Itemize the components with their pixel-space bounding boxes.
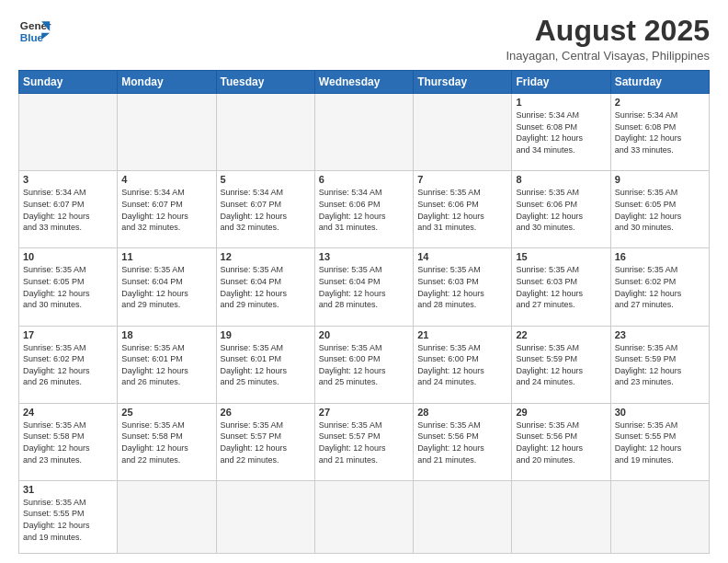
day-info: Sunrise: 5:34 AM Sunset: 6:07 PM Dayligh…	[23, 187, 113, 233]
day-number: 25	[121, 407, 211, 418]
calendar-cell: 2Sunrise: 5:34 AM Sunset: 6:08 PM Daylig…	[610, 94, 709, 171]
day-number: 15	[516, 251, 606, 262]
calendar-cell: 26Sunrise: 5:35 AM Sunset: 5:57 PM Dayli…	[216, 403, 314, 480]
day-info: Sunrise: 5:35 AM Sunset: 5:59 PM Dayligh…	[516, 342, 606, 388]
day-info: Sunrise: 5:35 AM Sunset: 6:03 PM Dayligh…	[417, 264, 507, 310]
calendar-cell	[118, 480, 216, 553]
day-info: Sunrise: 5:35 AM Sunset: 5:58 PM Dayligh…	[121, 419, 211, 465]
calendar-cell: 4Sunrise: 5:34 AM Sunset: 6:07 PM Daylig…	[118, 171, 216, 248]
day-info: Sunrise: 5:34 AM Sunset: 6:06 PM Dayligh…	[319, 187, 409, 233]
day-number: 17	[23, 329, 113, 340]
svg-text:Blue: Blue	[20, 31, 44, 43]
logo: General Blue	[18, 15, 51, 48]
weekday-header: Friday	[512, 71, 610, 94]
day-number: 30	[615, 407, 705, 418]
calendar-cell	[314, 480, 413, 553]
weekday-header: Tuesday	[216, 71, 314, 94]
calendar-cell: 27Sunrise: 5:35 AM Sunset: 5:57 PM Dayli…	[314, 403, 413, 480]
calendar-cell	[118, 94, 216, 171]
weekday-header: Saturday	[610, 71, 709, 94]
day-number: 31	[23, 484, 113, 495]
day-info: Sunrise: 5:35 AM Sunset: 6:01 PM Dayligh…	[121, 342, 211, 388]
calendar-cell: 30Sunrise: 5:35 AM Sunset: 5:55 PM Dayli…	[610, 403, 709, 480]
weekday-header: Monday	[118, 71, 216, 94]
day-number: 16	[615, 251, 705, 262]
day-number: 29	[516, 407, 606, 418]
day-number: 4	[121, 174, 211, 185]
calendar-cell: 17Sunrise: 5:35 AM Sunset: 6:02 PM Dayli…	[19, 326, 118, 403]
day-info: Sunrise: 5:35 AM Sunset: 6:05 PM Dayligh…	[23, 264, 113, 310]
day-number: 27	[319, 407, 409, 418]
calendar-week-row: 3Sunrise: 5:34 AM Sunset: 6:07 PM Daylig…	[19, 171, 710, 248]
day-info: Sunrise: 5:35 AM Sunset: 5:58 PM Dayligh…	[23, 419, 113, 465]
calendar-cell: 29Sunrise: 5:35 AM Sunset: 5:56 PM Dayli…	[512, 403, 610, 480]
day-number: 20	[319, 329, 409, 340]
day-number: 5	[221, 174, 311, 185]
day-info: Sunrise: 5:35 AM Sunset: 6:04 PM Dayligh…	[221, 264, 311, 310]
day-info: Sunrise: 5:35 AM Sunset: 6:01 PM Dayligh…	[221, 342, 311, 388]
day-info: Sunrise: 5:35 AM Sunset: 6:03 PM Dayligh…	[516, 264, 606, 310]
day-number: 24	[23, 407, 113, 418]
calendar-cell: 22Sunrise: 5:35 AM Sunset: 5:59 PM Dayli…	[512, 326, 610, 403]
calendar-cell: 31Sunrise: 5:35 AM Sunset: 5:55 PM Dayli…	[19, 480, 118, 553]
calendar-cell: 3Sunrise: 5:34 AM Sunset: 6:07 PM Daylig…	[19, 171, 118, 248]
calendar-cell	[216, 480, 314, 553]
calendar-cell: 5Sunrise: 5:34 AM Sunset: 6:07 PM Daylig…	[216, 171, 314, 248]
day-info: Sunrise: 5:35 AM Sunset: 6:04 PM Dayligh…	[319, 264, 409, 310]
day-number: 10	[23, 251, 113, 262]
calendar-week-row: 17Sunrise: 5:35 AM Sunset: 6:02 PM Dayli…	[19, 326, 710, 403]
day-info: Sunrise: 5:35 AM Sunset: 6:00 PM Dayligh…	[417, 342, 507, 388]
weekday-header: Wednesday	[314, 71, 413, 94]
calendar-week-row: 31Sunrise: 5:35 AM Sunset: 5:55 PM Dayli…	[19, 480, 710, 553]
month-year: August 2025	[506, 15, 710, 47]
calendar-cell: 25Sunrise: 5:35 AM Sunset: 5:58 PM Dayli…	[118, 403, 216, 480]
calendar-cell	[610, 480, 709, 553]
day-info: Sunrise: 5:35 AM Sunset: 6:00 PM Dayligh…	[319, 342, 409, 388]
weekday-header: Sunday	[19, 71, 118, 94]
day-number: 9	[615, 174, 705, 185]
day-number: 6	[319, 174, 409, 185]
weekday-header-row: SundayMondayTuesdayWednesdayThursdayFrid…	[19, 71, 710, 94]
day-number: 13	[319, 251, 409, 262]
calendar-week-row: 1Sunrise: 5:34 AM Sunset: 6:08 PM Daylig…	[19, 94, 710, 171]
day-number: 21	[417, 329, 507, 340]
day-info: Sunrise: 5:35 AM Sunset: 5:56 PM Dayligh…	[516, 419, 606, 465]
day-number: 2	[615, 97, 705, 108]
day-info: Sunrise: 5:35 AM Sunset: 5:59 PM Dayligh…	[615, 342, 705, 388]
day-info: Sunrise: 5:34 AM Sunset: 6:08 PM Dayligh…	[516, 109, 606, 155]
day-number: 23	[615, 329, 705, 340]
svg-marker-3	[41, 33, 50, 40]
calendar-cell: 8Sunrise: 5:35 AM Sunset: 6:06 PM Daylig…	[512, 171, 610, 248]
day-number: 28	[417, 407, 507, 418]
calendar-cell: 10Sunrise: 5:35 AM Sunset: 6:05 PM Dayli…	[19, 248, 118, 326]
day-info: Sunrise: 5:35 AM Sunset: 6:02 PM Dayligh…	[23, 342, 113, 388]
day-info: Sunrise: 5:35 AM Sunset: 6:04 PM Dayligh…	[121, 264, 211, 310]
day-info: Sunrise: 5:35 AM Sunset: 6:05 PM Dayligh…	[615, 187, 705, 233]
calendar-cell: 6Sunrise: 5:34 AM Sunset: 6:06 PM Daylig…	[314, 171, 413, 248]
calendar-cell: 11Sunrise: 5:35 AM Sunset: 6:04 PM Dayli…	[118, 248, 216, 326]
header: General Blue August 2025 Inayagan, Centr…	[18, 15, 710, 63]
calendar-cell	[414, 94, 512, 171]
day-number: 18	[121, 329, 211, 340]
calendar-cell: 15Sunrise: 5:35 AM Sunset: 6:03 PM Dayli…	[512, 248, 610, 326]
day-info: Sunrise: 5:35 AM Sunset: 6:02 PM Dayligh…	[615, 264, 705, 310]
calendar-cell: 13Sunrise: 5:35 AM Sunset: 6:04 PM Dayli…	[314, 248, 413, 326]
day-info: Sunrise: 5:35 AM Sunset: 6:06 PM Dayligh…	[516, 187, 606, 233]
calendar-cell: 23Sunrise: 5:35 AM Sunset: 5:59 PM Dayli…	[610, 326, 709, 403]
day-number: 3	[23, 174, 113, 185]
day-number: 7	[417, 174, 507, 185]
day-info: Sunrise: 5:34 AM Sunset: 6:07 PM Dayligh…	[221, 187, 311, 233]
calendar-table: SundayMondayTuesdayWednesdayThursdayFrid…	[18, 70, 710, 554]
calendar-cell: 21Sunrise: 5:35 AM Sunset: 6:00 PM Dayli…	[414, 326, 512, 403]
day-info: Sunrise: 5:35 AM Sunset: 5:55 PM Dayligh…	[615, 419, 705, 465]
title-block: August 2025 Inayagan, Central Visayas, P…	[506, 15, 710, 63]
day-info: Sunrise: 5:34 AM Sunset: 6:07 PM Dayligh…	[121, 187, 211, 233]
day-number: 1	[516, 97, 606, 108]
calendar-cell: 1Sunrise: 5:34 AM Sunset: 6:08 PM Daylig…	[512, 94, 610, 171]
calendar-cell: 28Sunrise: 5:35 AM Sunset: 5:56 PM Dayli…	[414, 403, 512, 480]
calendar-cell	[512, 480, 610, 553]
calendar-cell: 14Sunrise: 5:35 AM Sunset: 6:03 PM Dayli…	[414, 248, 512, 326]
day-number: 8	[516, 174, 606, 185]
day-info: Sunrise: 5:35 AM Sunset: 5:56 PM Dayligh…	[417, 419, 507, 465]
calendar-cell: 18Sunrise: 5:35 AM Sunset: 6:01 PM Dayli…	[118, 326, 216, 403]
